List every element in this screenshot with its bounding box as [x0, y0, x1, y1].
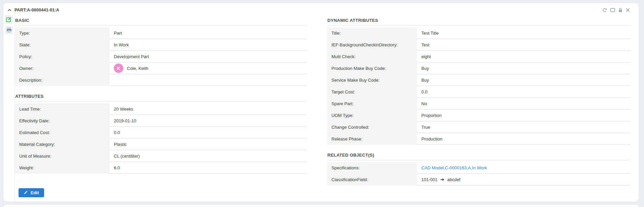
field-row-spare-part: Spare Part:No	[327, 98, 630, 110]
field-label-release-phase: Release Phase:	[327, 133, 417, 145]
field-row-material-category: Material Category:Plastic	[15, 138, 307, 150]
field-row-weight: Weight:6.0	[15, 162, 307, 174]
field-row-classificationfield: ClassificationField:101-001abcdef	[327, 174, 630, 185]
field-value-specifications: CAD Model,C-0000163,A,In Work	[417, 162, 630, 174]
field-value-description	[109, 74, 307, 86]
refresh-icon[interactable]	[602, 8, 607, 12]
side-toolbar	[5, 15, 13, 34]
field-row-description: Description:	[15, 74, 307, 86]
field-label-service-make-buy-code: Service Make Buy Code:	[327, 74, 417, 86]
field-row-estimated-cost: Estimated Cost:0.0	[15, 127, 307, 138]
field-row-multi-check: Multi Check:eight	[327, 51, 630, 63]
field-text: Test Title	[421, 31, 439, 36]
rail-divider	[14, 13, 15, 202]
field-text: Production	[421, 136, 442, 141]
field-label-title: Title:	[327, 27, 417, 39]
panel-header-actions	[602, 8, 632, 12]
field-row-release-phase: Release Phase:Production	[327, 133, 630, 145]
classification-source: 101-001	[421, 177, 438, 182]
panel-title: PART:A-0000441-01:A	[14, 8, 59, 12]
field-row-unit-of-measure: Unit of Measure:CL (centiliter)	[15, 150, 307, 162]
edit-button-label: Edit	[31, 190, 39, 195]
field-row-state: State:In Work	[15, 39, 307, 51]
field-label-ief-background-checkin-directory: IEF-BackgroundCheckinDirectory:	[327, 39, 417, 51]
section-dynamic-attributes: DYNAMIC ATTRIBUTES Title:Test TitleIEF-B…	[327, 18, 630, 145]
field-text: Test	[421, 42, 429, 47]
field-value-production-make-buy-code: Buy	[417, 63, 630, 74]
field-value-state: In Work	[109, 39, 307, 51]
field-label-specifications: Specifications:	[327, 162, 417, 174]
field-label-policy: Policy:	[15, 51, 109, 63]
field-text: 20 Weeks	[114, 107, 133, 112]
field-row-change-controlled: Change Controlled:True	[327, 121, 630, 133]
field-row-uom-type: UOM Type:Proportion	[327, 110, 630, 121]
field-value-change-controlled: True	[417, 121, 630, 133]
field-value-spare-part: No	[417, 98, 630, 110]
field-text: eight	[421, 54, 431, 59]
field-row-production-make-buy-code: Production Make Buy Code:Buy	[327, 63, 630, 74]
field-label-description: Description:	[15, 74, 109, 86]
section-title: DYNAMIC ATTRIBUTES	[327, 18, 630, 26]
window-icon[interactable]	[610, 8, 615, 12]
field-label-estimated-cost: Estimated Cost:	[15, 127, 109, 138]
panel-header: PART:A-0000441-01:A	[3, 3, 639, 15]
section-related-objects: RELATED OBJECT(S) Specifications:CAD Mod…	[327, 153, 630, 185]
lock-icon[interactable]	[618, 8, 622, 12]
field-row-policy: Policy:Development Part	[15, 51, 307, 63]
left-column: BASIC Type:PartState:In WorkPolicy:Devel…	[15, 18, 307, 181]
pencil-icon	[24, 190, 28, 196]
field-value-estimated-cost: 0.0	[109, 127, 307, 138]
field-row-owner: Owner:KCole, Keith	[15, 63, 307, 74]
section-attributes: ATTRIBUTES Lead Time:20 WeeksEffectivity…	[15, 94, 307, 174]
field-label-state: State:	[15, 39, 109, 51]
field-text: Buy	[421, 66, 429, 71]
section-title: BASIC	[15, 18, 307, 26]
field-row-ief-background-checkin-directory: IEF-BackgroundCheckinDirectory:Test	[327, 39, 630, 51]
field-row-title: Title:Test Title	[327, 27, 630, 39]
field-label-classificationfield: ClassificationField:	[327, 174, 417, 185]
field-label-change-controlled: Change Controlled:	[327, 121, 417, 133]
field-text: 0.0	[421, 89, 427, 94]
field-label-type: Type:	[15, 27, 109, 39]
field-label-owner: Owner:	[15, 63, 109, 74]
edit-icon	[6, 16, 12, 22]
field-value-target-cost: 0.0	[417, 86, 630, 98]
field-label-material-category: Material Category:	[15, 138, 109, 150]
owner-name: Cole, Keith	[127, 66, 149, 71]
right-column: DYNAMIC ATTRIBUTES Title:Test TitleIEF-B…	[327, 18, 630, 193]
right-arrow-icon	[440, 178, 445, 181]
field-label-spare-part: Spare Part:	[327, 98, 417, 110]
field-row-lead-time: Lead Time:20 Weeks	[15, 103, 307, 115]
field-row-effectivity-date: Effectivity Date:2019-01-10	[15, 115, 307, 127]
field-text: No	[421, 101, 427, 106]
field-text: In Work	[114, 42, 129, 47]
field-value-weight: 6.0	[109, 162, 307, 174]
field-value-title: Test Title	[417, 27, 630, 39]
field-value-classificationfield: 101-001abcdef	[417, 174, 630, 185]
field-value-policy: Development Part	[109, 51, 307, 63]
owner-avatar: K	[114, 64, 123, 73]
field-label-production-make-buy-code: Production Make Buy Code:	[327, 63, 417, 74]
field-row-target-cost: Target Cost:0.0	[327, 86, 630, 98]
field-value-type: Part	[109, 27, 307, 39]
field-text: True	[421, 125, 430, 130]
field-value-service-make-buy-code: Buy	[417, 74, 630, 86]
field-value-effectivity-date: 2019-01-10	[109, 115, 307, 127]
field-value-lead-time: 20 Weeks	[109, 103, 307, 115]
section-title: RELATED OBJECT(S)	[327, 153, 630, 160]
edit-button[interactable]: Edit	[19, 188, 44, 197]
field-label-uom-type: UOM Type:	[327, 110, 417, 121]
collapse-chevron-up-icon[interactable]	[8, 9, 11, 11]
field-value-release-phase: Production	[417, 133, 630, 145]
specifications-link[interactable]: CAD Model,C-0000163,A,In Work	[421, 165, 487, 170]
print-icon	[6, 28, 12, 33]
field-text: 2019-01-10	[114, 118, 136, 123]
rail-edit-button[interactable]	[5, 15, 13, 24]
section-title: ATTRIBUTES	[15, 94, 307, 101]
field-text: Part	[114, 31, 122, 36]
field-label-effectivity-date: Effectivity Date:	[15, 115, 109, 127]
close-icon[interactable]	[626, 8, 630, 12]
field-text: Development Part	[114, 54, 149, 59]
rail-print-button[interactable]	[5, 26, 13, 34]
field-text: 6.0	[114, 165, 120, 170]
